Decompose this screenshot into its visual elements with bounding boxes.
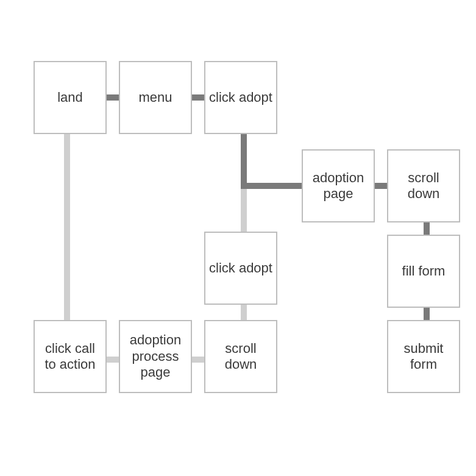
node-click-adopt-top: click adopt <box>204 61 277 134</box>
node-label: menu <box>138 90 172 105</box>
flow-diagram: land menu click adopt adoption page scro… <box>0 0 476 476</box>
node-fill-form: fill form <box>387 235 460 308</box>
edge-branch-clickadopt-mid <box>241 189 247 232</box>
node-label: submit form <box>392 341 455 373</box>
node-adoption-page: adoption page <box>302 149 375 222</box>
node-submit-form: submit form <box>387 320 460 393</box>
node-label: scroll down <box>392 170 455 202</box>
edge-clickadopt-adoptionpage-h <box>241 183 305 189</box>
node-label: scroll down <box>209 341 272 373</box>
node-scroll-down-mid: scroll down <box>204 320 277 393</box>
node-menu: menu <box>119 61 192 134</box>
node-click-cta: click call to action <box>34 320 107 393</box>
node-label: click adopt <box>209 90 272 105</box>
node-land: land <box>34 61 107 134</box>
node-label: land <box>57 90 83 105</box>
edge-clickadopt-adoptionpage-v <box>241 134 247 189</box>
node-label: click adopt <box>209 260 272 276</box>
node-click-adopt-mid: click adopt <box>204 232 277 305</box>
node-label: click call to action <box>38 341 102 373</box>
edge-land-cta <box>64 134 70 323</box>
node-scroll-down-right: scroll down <box>387 149 460 222</box>
node-adoption-process-page: adoption process page <box>119 320 192 393</box>
node-label: fill form <box>402 263 446 279</box>
node-label: adoption page <box>307 170 370 202</box>
node-label: adoption process page <box>124 332 187 380</box>
